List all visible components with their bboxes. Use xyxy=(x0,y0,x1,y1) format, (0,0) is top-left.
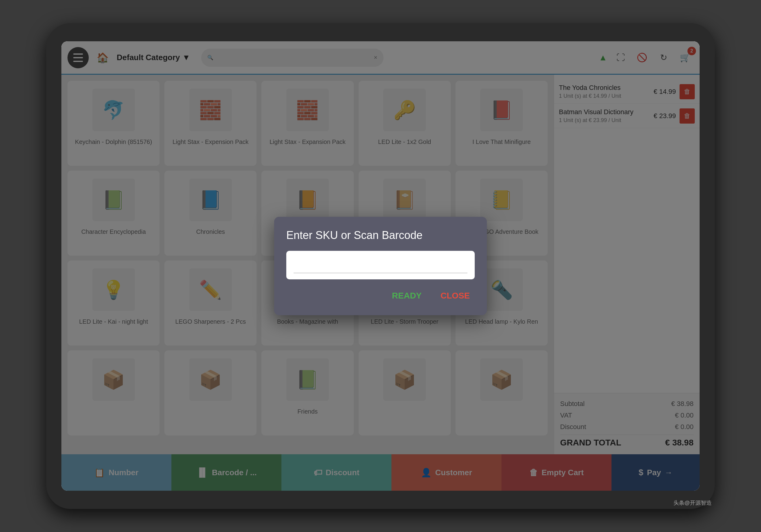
modal-actions: READY CLOSE xyxy=(286,289,475,303)
barcode-modal-overlay: Enter SKU or Scan Barcode READY CLOSE xyxy=(61,41,700,491)
modal-title: Enter SKU or Scan Barcode xyxy=(286,229,475,242)
ready-button[interactable]: READY xyxy=(387,289,427,303)
watermark: 头条@开源智造 xyxy=(673,499,712,506)
close-button[interactable]: CLOSE xyxy=(436,289,475,303)
sku-input[interactable] xyxy=(294,257,467,273)
barcode-modal: Enter SKU or Scan Barcode READY CLOSE xyxy=(274,217,487,315)
modal-input-area[interactable] xyxy=(286,251,475,279)
